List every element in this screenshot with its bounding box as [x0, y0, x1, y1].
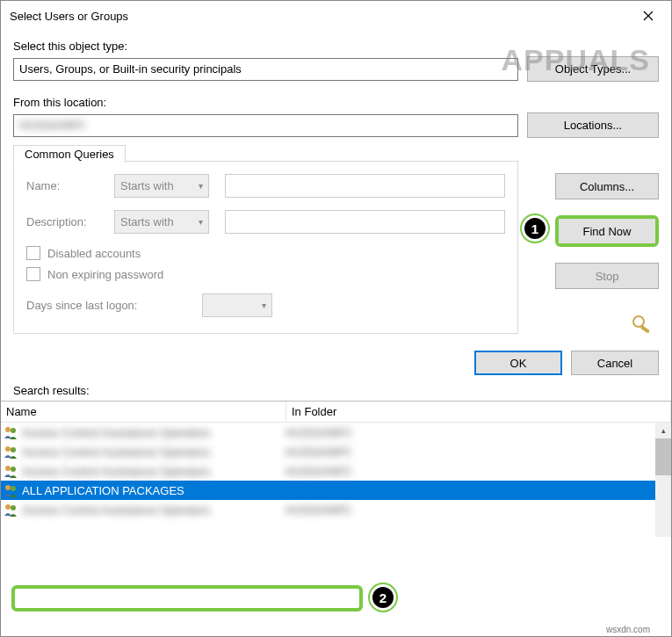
svg-point-3	[11, 428, 16, 433]
source-mark: wsxdn.com	[606, 625, 650, 634]
result-name: Access Control Assistance Operators	[22, 465, 285, 478]
result-row[interactable]: Access Control Assistance OperatorsHUSSA…	[1, 423, 671, 442]
chevron-down-icon: ▾	[199, 217, 203, 227]
callout-1: 1	[522, 215, 548, 242]
close-icon	[643, 11, 654, 21]
svg-point-5	[11, 447, 16, 452]
result-row[interactable]: Access Control Assistance OperatorsHUSSA…	[1, 500, 671, 519]
callout-2: 2	[370, 584, 396, 611]
column-name[interactable]: Name	[1, 402, 286, 422]
non-expiring-checkbox[interactable]	[26, 267, 40, 281]
location-label: From this location:	[13, 96, 659, 109]
results-list: Name In Folder Access Control Assistance…	[1, 401, 671, 537]
result-row[interactable]: Access Control Assistance OperatorsHUSSA…	[1, 461, 671, 481]
columns-button[interactable]: Columns...	[555, 173, 659, 199]
chevron-down-icon: ▾	[262, 300, 266, 310]
dialog-window: Select Users or Groups Select this objec…	[0, 0, 672, 637]
users-group-icon	[3, 463, 18, 479]
disabled-accounts-label: Disabled accounts	[47, 247, 141, 260]
locations-button[interactable]: Locations...	[527, 112, 659, 138]
description-filter-input[interactable]	[225, 210, 505, 234]
close-button[interactable]	[629, 3, 668, 29]
result-folder: HUSSAINPC	[285, 445, 352, 459]
name-filter-input[interactable]	[225, 174, 505, 198]
location-field[interactable]: HUSSAINPC	[13, 114, 518, 137]
chevron-down-icon: ▾	[199, 181, 203, 191]
result-name: ALL APPLICATION PACKAGES	[22, 484, 285, 497]
users-group-icon	[3, 502, 18, 518]
result-folder: HUSSAINPC	[285, 426, 352, 439]
search-icon	[631, 314, 654, 337]
object-type-label: Select this object type:	[13, 40, 659, 53]
scroll-up-icon[interactable]: ▴	[655, 423, 671, 438]
object-type-field[interactable]: Users, Groups, or Built-in security prin…	[13, 58, 518, 81]
ok-button[interactable]: OK	[474, 351, 562, 375]
scrollbar[interactable]: ▴	[655, 423, 671, 537]
users-group-icon	[3, 482, 18, 498]
svg-point-8	[5, 485, 11, 490]
location-value-blurred: HUSSAINPC	[19, 119, 86, 132]
stop-button[interactable]: Stop	[555, 263, 659, 289]
dialog-title: Select Users or Groups	[10, 10, 629, 23]
result-folder: HUSSAINPC	[285, 503, 352, 517]
description-match-combo[interactable]: Starts with ▾	[114, 210, 209, 234]
name-filter-label: Name:	[26, 179, 114, 192]
svg-point-2	[5, 427, 11, 432]
result-name: Access Control Assistance Operators	[22, 503, 285, 517]
svg-rect-1	[640, 325, 650, 333]
svg-point-11	[11, 505, 16, 510]
scroll-thumb[interactable]	[655, 438, 671, 475]
common-queries-group: Common Queries Name: Starts with ▾ Descr…	[13, 161, 518, 334]
search-results-label: Search results:	[1, 384, 671, 401]
object-types-button[interactable]: Object Types...	[527, 56, 659, 82]
column-in-folder[interactable]: In Folder	[286, 402, 671, 422]
result-name: Access Control Assistance Operators	[22, 426, 285, 439]
non-expiring-label: Non expiring password	[47, 268, 163, 281]
svg-point-4	[5, 446, 11, 452]
name-match-combo[interactable]: Starts with ▾	[114, 174, 209, 198]
result-row-selected[interactable]: ALL APPLICATION PACKAGES	[1, 481, 671, 500]
days-logon-label: Days since last logon:	[26, 299, 202, 312]
svg-point-7	[11, 467, 16, 472]
days-logon-combo[interactable]: ▾	[202, 293, 272, 317]
find-now-highlight: Find Now 1	[555, 215, 659, 247]
users-group-icon	[3, 424, 18, 440]
disabled-accounts-checkbox[interactable]	[26, 246, 40, 260]
cancel-button[interactable]: Cancel	[571, 351, 659, 375]
result-folder: HUSSAINPC	[285, 465, 352, 478]
users-group-icon	[3, 444, 18, 460]
svg-point-10	[5, 504, 11, 510]
description-filter-label: Description:	[26, 215, 114, 228]
common-queries-tab[interactable]: Common Queries	[13, 145, 126, 163]
titlebar: Select Users or Groups	[1, 1, 671, 31]
results-header: Name In Folder	[1, 402, 671, 423]
svg-point-6	[5, 466, 11, 471]
svg-point-9	[11, 486, 16, 491]
svg-point-0	[633, 316, 644, 327]
selection-highlight	[11, 585, 363, 612]
result-row[interactable]: Access Control Assistance OperatorsHUSSA…	[1, 442, 671, 461]
result-name: Access Control Assistance Operators	[22, 445, 285, 459]
find-now-button[interactable]: Find Now	[559, 219, 655, 243]
